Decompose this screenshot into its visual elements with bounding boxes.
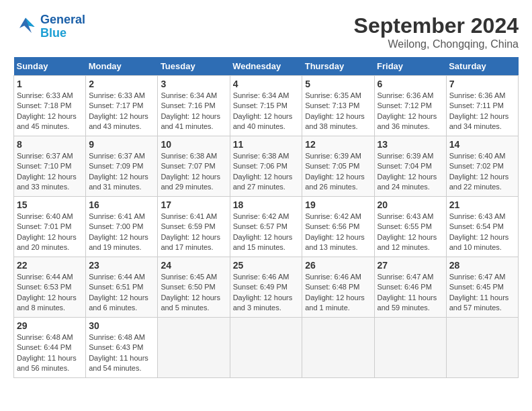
day-info: Sunrise: 6:41 AMSunset: 6:59 PMDaylight:… — [161, 212, 226, 253]
day-number: 26 — [305, 260, 371, 271]
calendar-cell: 22 Sunrise: 6:44 AMSunset: 6:53 PMDaylig… — [14, 257, 86, 318]
calendar-cell: 24 Sunrise: 6:45 AMSunset: 6:50 PMDaylig… — [158, 257, 230, 318]
day-info: Sunrise: 6:33 AMSunset: 7:18 PMDaylight:… — [17, 91, 83, 132]
day-info: Sunrise: 6:39 AMSunset: 7:04 PMDaylight:… — [378, 151, 443, 193]
logo-icon — [13, 15, 38, 39]
calendar-cell: 21 Sunrise: 6:43 AMSunset: 6:54 PMDaylig… — [446, 197, 518, 257]
day-number: 7 — [449, 79, 515, 89]
calendar-cell: 30 Sunrise: 6:48 AMSunset: 6:43 PMDaylig… — [86, 318, 158, 378]
day-number: 18 — [233, 199, 300, 210]
calendar-cell: 10 Sunrise: 6:38 AMSunset: 7:07 PMDaylig… — [158, 136, 230, 197]
calendar-week-4: 22 Sunrise: 6:44 AMSunset: 6:53 PMDaylig… — [14, 257, 519, 318]
calendar-week-5: 29 Sunrise: 6:48 AMSunset: 6:44 PMDaylig… — [14, 318, 519, 378]
day-info: Sunrise: 6:48 AMSunset: 6:44 PMDaylight:… — [17, 332, 83, 374]
calendar-cell: 7 Sunrise: 6:36 AMSunset: 7:11 PMDayligh… — [446, 76, 518, 136]
day-number: 30 — [89, 320, 154, 331]
day-info: Sunrise: 6:38 AMSunset: 7:07 PMDaylight:… — [161, 151, 226, 193]
calendar-cell: 12 Sunrise: 6:39 AMSunset: 7:05 PMDaylig… — [302, 136, 374, 197]
calendar-week-2: 8 Sunrise: 6:37 AMSunset: 7:10 PMDayligh… — [14, 136, 519, 197]
weekday-header-sunday: Sunday — [14, 57, 86, 76]
day-info: Sunrise: 6:42 AMSunset: 6:57 PMDaylight:… — [233, 212, 300, 253]
logo-text: General Blue — [40, 13, 85, 40]
weekday-header-thursday: Thursday — [302, 57, 374, 76]
day-info: Sunrise: 6:43 AMSunset: 6:55 PMDaylight:… — [378, 212, 443, 253]
calendar-cell — [302, 318, 374, 378]
day-number: 19 — [305, 199, 371, 210]
calendar-cell: 1 Sunrise: 6:33 AMSunset: 7:18 PMDayligh… — [14, 76, 86, 136]
calendar-table: SundayMondayTuesdayWednesdayThursdayFrid… — [13, 57, 519, 378]
day-number: 12 — [305, 139, 371, 150]
day-number: 10 — [161, 139, 226, 150]
weekday-header-row: SundayMondayTuesdayWednesdayThursdayFrid… — [14, 57, 519, 76]
day-number: 9 — [89, 139, 154, 150]
calendar-cell: 4 Sunrise: 6:34 AMSunset: 7:15 PMDayligh… — [230, 76, 302, 136]
day-number: 21 — [449, 199, 515, 210]
day-info: Sunrise: 6:37 AMSunset: 7:10 PMDaylight:… — [17, 151, 83, 193]
calendar-cell: 17 Sunrise: 6:41 AMSunset: 6:59 PMDaylig… — [158, 197, 230, 257]
day-number: 14 — [449, 139, 515, 150]
weekday-header-wednesday: Wednesday — [230, 57, 302, 76]
calendar-cell: 26 Sunrise: 6:46 AMSunset: 6:48 PMDaylig… — [302, 257, 374, 318]
location-title: Weilong, Chongqing, China — [354, 38, 519, 50]
day-number: 16 — [89, 199, 154, 210]
calendar-cell: 29 Sunrise: 6:48 AMSunset: 6:44 PMDaylig… — [14, 318, 86, 378]
calendar-cell: 19 Sunrise: 6:42 AMSunset: 6:56 PMDaylig… — [302, 197, 374, 257]
weekday-header-tuesday: Tuesday — [158, 57, 230, 76]
calendar-cell: 28 Sunrise: 6:47 AMSunset: 6:45 PMDaylig… — [446, 257, 518, 318]
day-info: Sunrise: 6:46 AMSunset: 6:49 PMDaylight:… — [233, 272, 300, 314]
day-info: Sunrise: 6:35 AMSunset: 7:13 PMDaylight:… — [305, 91, 371, 132]
calendar-week-3: 15 Sunrise: 6:40 AMSunset: 7:01 PMDaylig… — [14, 197, 519, 257]
day-number: 20 — [378, 199, 443, 210]
day-number: 4 — [233, 79, 300, 89]
day-info: Sunrise: 6:43 AMSunset: 6:54 PMDaylight:… — [449, 212, 515, 253]
day-number: 28 — [449, 260, 515, 271]
calendar-cell: 5 Sunrise: 6:35 AMSunset: 7:13 PMDayligh… — [302, 76, 374, 136]
day-number: 5 — [305, 79, 371, 89]
calendar-cell: 20 Sunrise: 6:43 AMSunset: 6:55 PMDaylig… — [374, 197, 446, 257]
day-number: 1 — [17, 79, 83, 89]
calendar-cell: 23 Sunrise: 6:44 AMSunset: 6:51 PMDaylig… — [86, 257, 158, 318]
day-number: 24 — [161, 260, 226, 271]
day-info: Sunrise: 6:47 AMSunset: 6:45 PMDaylight:… — [449, 272, 515, 314]
calendar-week-1: 1 Sunrise: 6:33 AMSunset: 7:18 PMDayligh… — [14, 76, 519, 136]
page-header: General Blue September 2024 Weilong, Cho… — [13, 13, 519, 50]
calendar-cell: 13 Sunrise: 6:39 AMSunset: 7:04 PMDaylig… — [374, 136, 446, 197]
day-number: 13 — [378, 139, 443, 150]
day-number: 29 — [17, 320, 83, 331]
day-number: 25 — [233, 260, 300, 271]
calendar-cell: 11 Sunrise: 6:38 AMSunset: 7:06 PMDaylig… — [230, 136, 302, 197]
calendar-cell: 6 Sunrise: 6:36 AMSunset: 7:12 PMDayligh… — [374, 76, 446, 136]
day-number: 22 — [17, 260, 83, 271]
weekday-header-friday: Friday — [374, 57, 446, 76]
day-number: 2 — [89, 79, 154, 89]
calendar-cell: 8 Sunrise: 6:37 AMSunset: 7:10 PMDayligh… — [14, 136, 86, 197]
day-info: Sunrise: 6:48 AMSunset: 6:43 PMDaylight:… — [89, 332, 154, 374]
day-info: Sunrise: 6:44 AMSunset: 6:53 PMDaylight:… — [17, 272, 83, 314]
day-info: Sunrise: 6:33 AMSunset: 7:17 PMDaylight:… — [89, 91, 154, 132]
day-info: Sunrise: 6:44 AMSunset: 6:51 PMDaylight:… — [89, 272, 154, 314]
calendar-cell: 25 Sunrise: 6:46 AMSunset: 6:49 PMDaylig… — [230, 257, 302, 318]
day-info: Sunrise: 6:46 AMSunset: 6:48 PMDaylight:… — [305, 272, 371, 314]
day-number: 11 — [233, 139, 300, 150]
weekday-header-monday: Monday — [86, 57, 158, 76]
day-info: Sunrise: 6:36 AMSunset: 7:12 PMDaylight:… — [378, 91, 443, 132]
calendar-cell — [446, 318, 518, 378]
calendar-cell: 18 Sunrise: 6:42 AMSunset: 6:57 PMDaylig… — [230, 197, 302, 257]
day-info: Sunrise: 6:45 AMSunset: 6:50 PMDaylight:… — [161, 272, 226, 314]
day-number: 3 — [161, 79, 226, 89]
day-info: Sunrise: 6:34 AMSunset: 7:15 PMDaylight:… — [233, 91, 300, 132]
day-number: 8 — [17, 139, 83, 150]
day-number: 15 — [17, 199, 83, 210]
calendar-cell: 9 Sunrise: 6:37 AMSunset: 7:09 PMDayligh… — [86, 136, 158, 197]
day-info: Sunrise: 6:38 AMSunset: 7:06 PMDaylight:… — [233, 151, 300, 193]
calendar-cell: 27 Sunrise: 6:47 AMSunset: 6:46 PMDaylig… — [374, 257, 446, 318]
day-info: Sunrise: 6:39 AMSunset: 7:05 PMDaylight:… — [305, 151, 371, 193]
calendar-cell — [230, 318, 302, 378]
day-number: 27 — [378, 260, 443, 271]
weekday-header-saturday: Saturday — [446, 57, 518, 76]
day-info: Sunrise: 6:40 AMSunset: 7:01 PMDaylight:… — [17, 212, 83, 253]
calendar-cell: 16 Sunrise: 6:41 AMSunset: 7:00 PMDaylig… — [86, 197, 158, 257]
calendar-cell: 14 Sunrise: 6:40 AMSunset: 7:02 PMDaylig… — [446, 136, 518, 197]
day-info: Sunrise: 6:41 AMSunset: 7:00 PMDaylight:… — [89, 212, 154, 253]
day-info: Sunrise: 6:47 AMSunset: 6:46 PMDaylight:… — [378, 272, 443, 314]
